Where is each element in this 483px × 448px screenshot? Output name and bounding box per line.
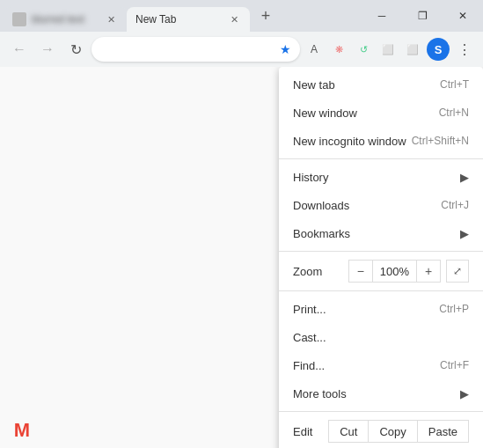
menu-item-cast-label: Cast... (293, 331, 326, 344)
zoom-plus-button[interactable]: + (416, 260, 441, 283)
menu-item-find-label: Find... (293, 359, 325, 372)
menu-item-more-tools-arrow: ▶ (460, 387, 469, 400)
separator-3 (279, 290, 483, 291)
ext-icon-3[interactable]: ⬜ (377, 39, 399, 60)
menu-item-history-arrow: ▶ (460, 171, 469, 184)
tab-title-inactive: blurred text (32, 13, 100, 26)
menu-item-bookmarks-label: Bookmarks (293, 227, 350, 240)
cut-button[interactable]: Cut (328, 420, 369, 443)
menu-item-bookmarks[interactable]: Bookmarks ▶ (279, 219, 483, 247)
zoom-label: Zoom (293, 265, 348, 278)
tab-close-inactive[interactable]: ✕ (104, 12, 118, 26)
menu-item-print-label: Print... (293, 303, 326, 316)
zoom-fullscreen-button[interactable]: ⤢ (446, 260, 469, 283)
tab-favicon-inactive (12, 12, 26, 26)
separator-1 (279, 158, 483, 159)
browser-content: M New tab Ctrl+T New window Ctrl+N New i… (0, 67, 483, 448)
menu-item-downloads-shortcut: Ctrl+J (441, 199, 469, 211)
address-bar[interactable]: ★ (91, 37, 300, 62)
zoom-row: Zoom − 100% + ⤢ (279, 255, 483, 287)
menu-item-new-tab-shortcut: Ctrl+T (440, 78, 469, 91)
tab-title-active: New Tab (135, 13, 223, 26)
close-button[interactable]: ✕ (443, 4, 483, 28)
menu-item-find[interactable]: Find... Ctrl+F (279, 351, 483, 379)
browser-window: blurred text ✕ New Tab ✕ + ─ ❐ ✕ ← → ↻ (0, 0, 483, 448)
tab-close-active[interactable]: ✕ (227, 12, 241, 26)
menu-item-new-window[interactable]: New window Ctrl+N (279, 99, 483, 127)
menu-item-new-window-shortcut: Ctrl+N (439, 106, 469, 119)
menu-item-more-tools-label: More tools (293, 387, 347, 400)
menu-item-history-label: History (293, 171, 328, 184)
menu-item-more-tools[interactable]: More tools ▶ (279, 379, 483, 408)
paste-button[interactable]: Paste (418, 420, 469, 443)
refresh-button[interactable]: ↻ (63, 37, 88, 62)
menu-button[interactable]: ⋮ (453, 38, 476, 61)
ext-icon-4[interactable]: ⬜ (402, 39, 423, 60)
minimize-button[interactable]: ─ (362, 4, 402, 28)
gmail-icon[interactable]: M (0, 413, 44, 448)
zoom-minus-button[interactable]: − (348, 260, 373, 283)
tab-inactive[interactable]: blurred text ✕ (4, 7, 127, 32)
profile-icon[interactable]: S (427, 38, 450, 61)
forward-button[interactable]: → (35, 37, 60, 62)
translate-icon[interactable]: A (304, 39, 325, 60)
separator-4 (279, 411, 483, 412)
zoom-controls: − 100% + ⤢ (348, 260, 469, 283)
menu-item-downloads-label: Downloads (293, 199, 349, 212)
menu-item-new-tab[interactable]: New tab Ctrl+T (279, 70, 483, 99)
menu-item-find-shortcut: Ctrl+F (440, 359, 469, 371)
menu-item-bookmarks-arrow: ▶ (460, 227, 469, 240)
toolbar: ← → ↻ ★ A ❋ ↺ ⬜ ⬜ S ⋮ (0, 32, 483, 67)
menu-item-new-window-label: New window (293, 106, 357, 120)
tab-active[interactable]: New Tab ✕ (127, 7, 250, 32)
ext-icon-2[interactable]: ↺ (353, 39, 374, 60)
menu-item-new-tab-label: New tab (293, 78, 335, 92)
copy-button[interactable]: Copy (369, 420, 417, 443)
edit-buttons: Cut Copy Paste (328, 420, 469, 443)
edit-row: Edit Cut Copy Paste (279, 415, 483, 447)
star-icon[interactable]: ★ (280, 42, 291, 56)
menu-item-cast[interactable]: Cast... (279, 323, 483, 351)
menu-item-history[interactable]: History ▶ (279, 163, 483, 191)
menu-item-print[interactable]: Print... Ctrl+P (279, 295, 483, 323)
ext-icon-1[interactable]: ❋ (328, 39, 349, 60)
menu-item-downloads[interactable]: Downloads Ctrl+J (279, 191, 483, 219)
main-dropdown-menu: New tab Ctrl+T New window Ctrl+N New inc… (279, 67, 483, 448)
new-tab-button[interactable]: + (253, 4, 278, 28)
back-button[interactable]: ← (7, 37, 32, 62)
window-controls: ─ ❐ ✕ (362, 0, 483, 32)
menu-item-incognito-shortcut: Ctrl+Shift+N (412, 135, 469, 147)
tab-bar: blurred text ✕ New Tab ✕ + ─ ❐ ✕ (0, 0, 483, 32)
menu-item-print-shortcut: Ctrl+P (439, 303, 469, 315)
menu-item-incognito-label: New incognito window (293, 135, 406, 148)
restore-button[interactable]: ❐ (402, 4, 443, 28)
zoom-value-display: 100% (373, 260, 416, 283)
separator-2 (279, 251, 483, 252)
edit-label: Edit (293, 425, 328, 438)
menu-item-incognito[interactable]: New incognito window Ctrl+Shift+N (279, 127, 483, 155)
